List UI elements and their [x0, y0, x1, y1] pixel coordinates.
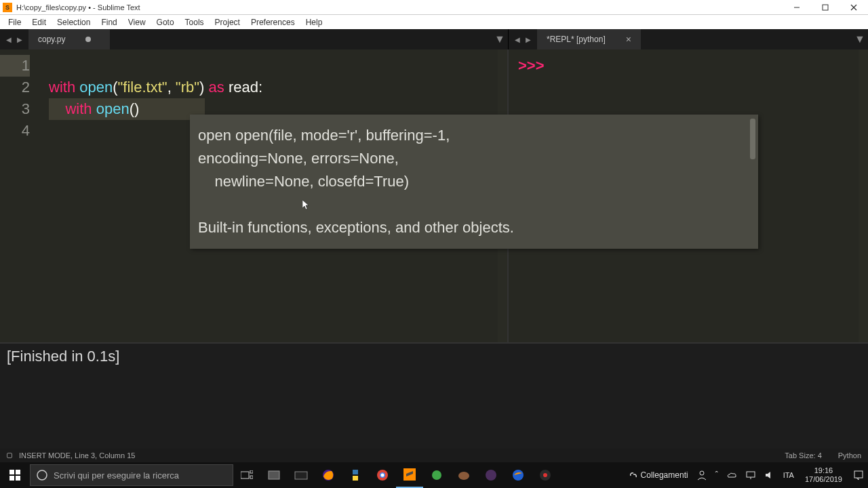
taskbar-app-icon[interactable]: [450, 462, 477, 488]
status-tab-size[interactable]: Tab Size: 4: [785, 451, 821, 460]
menu-project[interactable]: Project: [210, 16, 245, 28]
svg-rect-9: [241, 472, 249, 479]
onedrive-icon[interactable]: [722, 462, 741, 488]
svg-rect-13: [295, 472, 307, 479]
sublime-icon[interactable]: [396, 462, 423, 488]
start-button[interactable]: [0, 462, 30, 488]
menu-goto[interactable]: Goto: [151, 16, 180, 28]
chrome-icon[interactable]: [369, 462, 396, 488]
editor-panes: 1 2 3 4 with open("file.txt", "rb") as r…: [0, 49, 868, 342]
close-icon[interactable]: ×: [626, 34, 631, 45]
status-syntax[interactable]: Python: [838, 451, 861, 460]
taskbar-clock[interactable]: 19:16 17/06/2019: [798, 466, 849, 484]
editor-pane-left: 1 2 3 4 with open("file.txt", "rb") as r…: [0, 49, 509, 342]
svg-point-25: [700, 471, 704, 475]
tab-label: copy.py: [38, 35, 65, 44]
github-icon[interactable]: [477, 462, 505, 488]
tray-link[interactable]: Collegamenti: [625, 462, 692, 488]
build-output-panel[interactable]: [Finished in 0.1s]: [0, 342, 868, 449]
menu-file[interactable]: File: [3, 16, 26, 28]
menu-selection[interactable]: Selection: [52, 16, 96, 28]
tray-link-label: Collegamenti: [641, 470, 688, 480]
window-titlebar: S H:\copy_files\copy.py • - Sublime Text: [0, 0, 868, 15]
svg-rect-5: [16, 470, 20, 474]
tab-strip: ◀ ▶ copy.py ▼ ◀ ▶ *REPL* [python] × ▼: [0, 29, 868, 49]
menu-tools[interactable]: Tools: [180, 16, 210, 28]
task-view-icon[interactable]: [233, 462, 260, 488]
window-title: H:\copy_files\copy.py • - Sublime Text: [16, 3, 140, 12]
status-indicator-icon[interactable]: [7, 453, 12, 458]
svg-rect-6: [9, 476, 14, 481]
signature-tooltip: open open(file, mode='r', buffering=-1, …: [190, 115, 758, 249]
repl-prompt: >>>: [518, 57, 545, 74]
language-indicator[interactable]: ITA: [779, 462, 798, 488]
tab-repl-python[interactable]: *REPL* [python] ×: [537, 29, 641, 49]
menu-find[interactable]: Find: [96, 16, 122, 28]
line-number: 4: [0, 120, 30, 142]
svg-point-22: [513, 470, 524, 481]
tab-next-icon[interactable]: ▶: [15, 35, 24, 44]
menu-edit[interactable]: Edit: [26, 16, 52, 28]
code-line-2: with open("file.txt", "rb") as read:: [49, 77, 498, 98]
svg-point-24: [543, 473, 547, 477]
clock-time: 19:16: [805, 466, 842, 475]
notifications-icon[interactable]: [849, 462, 868, 488]
code-line-1: [49, 55, 498, 77]
svg-rect-11: [250, 476, 253, 479]
svg-point-8: [37, 470, 47, 480]
line-number: 3: [0, 98, 30, 120]
search-placeholder: Scrivi qui per eseguire la ricerca: [54, 470, 179, 481]
tray-chevron-icon[interactable]: ˆ: [711, 462, 722, 488]
app-icon: S: [3, 3, 12, 12]
svg-rect-28: [854, 471, 863, 478]
tab-label: *REPL* [python]: [547, 35, 606, 44]
tooltip-signature: open open(file, mode='r', buffering=-1, …: [198, 124, 750, 193]
python-icon[interactable]: [342, 462, 369, 488]
tab-prev-icon[interactable]: ◀: [513, 35, 522, 44]
line-gutter: 1 2 3 4: [0, 49, 39, 342]
svg-rect-10: [250, 470, 253, 473]
tooltip-sig-line: newline=None, closefd=True): [198, 170, 750, 193]
tab-dropdown-right[interactable]: ▼: [852, 29, 868, 49]
minimize-button[interactable]: [783, 0, 811, 15]
tooltip-scrollbar[interactable]: [750, 119, 755, 159]
dirty-indicator-icon: [85, 37, 91, 42]
tab-nav-left: ◀ ▶: [0, 29, 28, 49]
firefox-icon[interactable]: [315, 462, 342, 488]
taskbar-app-icon[interactable]: [288, 462, 315, 488]
menu-view[interactable]: View: [123, 16, 151, 28]
tooltip-sig-line: encoding=None, errors=None,: [198, 147, 750, 170]
build-output-text: [Finished in 0.1s]: [7, 348, 119, 365]
status-bar: INSERT MODE, Line 3, Column 15 Tab Size:…: [0, 449, 868, 462]
close-button[interactable]: [840, 0, 868, 15]
menu-preferences[interactable]: Preferences: [245, 16, 300, 28]
tab-dropdown-left[interactable]: ▼: [492, 29, 508, 49]
network-icon[interactable]: [741, 462, 760, 488]
mouse-cursor-icon: [302, 200, 311, 211]
line-number: 1: [0, 55, 30, 77]
clock-date: 17/06/2019: [805, 475, 842, 484]
menu-bar: File Edit Selection Find View Goto Tools…: [0, 15, 868, 29]
menu-help[interactable]: Help: [300, 16, 328, 28]
tab-next-icon[interactable]: ▶: [524, 35, 533, 44]
svg-rect-26: [747, 472, 755, 477]
taskbar-app-icon[interactable]: [532, 462, 559, 488]
thunderbird-icon[interactable]: [505, 462, 532, 488]
tab-prev-icon[interactable]: ◀: [4, 35, 14, 44]
maximize-button[interactable]: [811, 0, 840, 15]
volume-icon[interactable]: [760, 462, 779, 488]
tab-nav-right: ◀ ▶: [509, 29, 537, 49]
people-icon[interactable]: [692, 462, 711, 488]
svg-point-21: [486, 470, 496, 481]
taskbar-search[interactable]: Scrivi qui per eseguire la ricerca: [30, 464, 233, 486]
svg-point-19: [432, 470, 441, 480]
svg-rect-1: [823, 5, 828, 10]
minimap[interactable]: [859, 49, 868, 342]
svg-point-20: [458, 472, 469, 480]
tab-copy-py[interactable]: copy.py: [28, 29, 110, 49]
svg-point-17: [381, 474, 384, 477]
svg-rect-12: [269, 471, 279, 479]
taskbar-app-icon[interactable]: [423, 462, 450, 488]
taskbar-app-icon[interactable]: [260, 462, 288, 488]
status-cursor-position[interactable]: INSERT MODE, Line 3, Column 15: [19, 451, 135, 460]
